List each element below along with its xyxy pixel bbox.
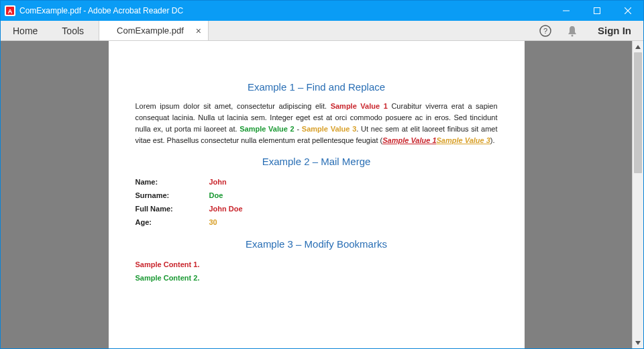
link-sample-value-3[interactable]: Sample Value 3 [437, 136, 490, 144]
scroll-up-icon[interactable] [633, 41, 643, 52]
tools-button[interactable]: Tools [50, 21, 96, 40]
field-value: Doe [209, 191, 223, 199]
field-label: Surname: [136, 191, 209, 199]
window-title: ComExample.pdf - Adobe Acrobat Reader DC [19, 6, 183, 15]
sample-value-2: Sample Value 2 [239, 125, 294, 133]
scroll-down-icon[interactable] [633, 337, 643, 348]
content-area: Example 1 – Find and Replace Lorem ipsum… [1, 41, 643, 348]
pdf-page: Example 1 – Find and Replace Lorem ipsum… [109, 41, 525, 348]
vertical-scrollbar[interactable] [632, 41, 643, 348]
field-value: John Doe [209, 205, 243, 213]
sample-content-1: Sample Content 1. [136, 258, 498, 271]
link-sample-value-1[interactable]: Sample Value 1 [382, 136, 436, 144]
svg-text:A: A [8, 8, 13, 15]
scroll-track[interactable] [633, 52, 643, 337]
heading-example-2: Example 2 – Mail Merge [136, 156, 498, 167]
minimize-button[interactable] [551, 1, 582, 21]
svg-text:?: ? [543, 27, 547, 35]
svg-rect-4 [594, 8, 600, 14]
scroll-thumb[interactable] [634, 52, 642, 173]
field-row: Age: 30 [136, 215, 498, 229]
field-row: Name: John [136, 175, 498, 189]
sample-value-1: Sample Value 1 [331, 102, 388, 110]
app-window: A ComExample.pdf - Adobe Acrobat Reader … [0, 0, 644, 349]
heading-example-3: Example 3 – Modify Bookmarks [136, 238, 498, 250]
text: Lorem ipsum dolor sit amet, consectetur … [136, 102, 331, 110]
document-tab-label: ComExample.pdf [117, 26, 184, 36]
maximize-button[interactable] [582, 1, 612, 21]
field-label: Name: [136, 178, 209, 186]
svg-marker-10 [635, 45, 641, 49]
field-row: Surname: Doe [136, 189, 498, 202]
help-icon[interactable]: ? [532, 21, 559, 40]
app-icon: A [5, 5, 15, 16]
text: ). [490, 136, 495, 144]
page-viewport[interactable]: Example 1 – Find and Replace Lorem ipsum… [1, 41, 632, 348]
home-button[interactable]: Home [1, 21, 50, 40]
sample-value-3: Sample Value 3 [302, 125, 356, 133]
sample-content-2: Sample Content 2. [136, 271, 498, 285]
document-tab-close-icon[interactable]: × [196, 26, 201, 36]
field-row: Full Name: John Doe [136, 202, 498, 215]
field-label: Full Name: [136, 205, 209, 213]
toolbar: Home Tools ComExample.pdf × ? Sign In [1, 21, 643, 41]
titlebar: A ComExample.pdf - Adobe Acrobat Reader … [1, 1, 643, 21]
field-value: John [209, 178, 227, 186]
close-window-button[interactable] [612, 1, 643, 21]
mail-merge-fields: Name: John Surname: Doe Full Name: John … [136, 175, 498, 229]
field-label: Age: [136, 218, 209, 226]
svg-point-9 [572, 34, 574, 36]
sign-in-button[interactable]: Sign In [586, 21, 643, 40]
notifications-icon[interactable] [559, 21, 586, 40]
heading-example-1: Example 1 – Find and Replace [136, 81, 498, 93]
field-value: 30 [209, 218, 217, 226]
document-tab[interactable]: ComExample.pdf × [99, 21, 209, 40]
svg-marker-11 [635, 341, 641, 345]
text: - [294, 125, 302, 133]
paragraph-1: Lorem ipsum dolor sit amet, consectetur … [136, 101, 498, 146]
